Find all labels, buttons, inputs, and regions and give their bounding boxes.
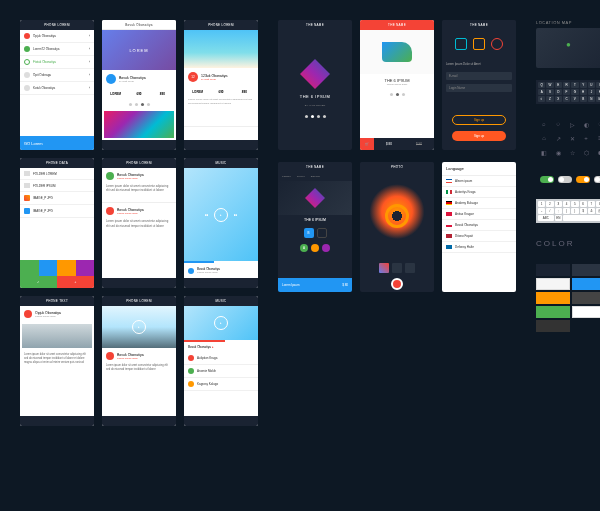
header: PHONE LOREM: [20, 20, 94, 30]
contact-row[interactable]: Opjuk Obonaitiya›: [20, 30, 94, 43]
components-panel: LOCATION MAP ● QWERTYUIOP ASDFGHJKL ⇧ZXC…: [536, 20, 600, 426]
play-button[interactable]: ▸: [132, 320, 146, 334]
focus-ring: [385, 204, 409, 228]
product-image: [382, 42, 412, 62]
lang-row[interactable]: Defonsy Halte: [442, 242, 516, 253]
icon-set: ⌕○▷◐♡⚙ ⌂↗✕+≡› ◧◉☆⬡⬢◈: [536, 116, 600, 160]
hero-image: LOREM: [102, 30, 176, 70]
contact-row[interactable]: Opit Oobraga›: [20, 69, 94, 82]
email-field[interactable]: E-mail: [446, 72, 512, 80]
stats-screen: PHONE LOREM 12123uk Obonatiyaby matt oli…: [184, 20, 258, 150]
tabbar[interactable]: [102, 140, 176, 150]
mobile-screens-left: PHONE LOREM Opjuk Obonaitiya› Lorem72 Ob…: [20, 20, 258, 426]
folder-row[interactable]: FOLDER IPSUM: [20, 180, 94, 192]
camera-screen: PHOTO: [360, 162, 434, 292]
play-button[interactable]: ▸: [214, 208, 228, 222]
heart-icon: ♡: [596, 120, 600, 128]
post-screen: PHONE LOREM Bovuk ObonatiyaLorem ipsum d…: [102, 158, 176, 288]
comment-row[interactable]: Anomie Mokih: [184, 365, 258, 378]
signup-screen: THE NAME Lorem Ipsum Dolor sit Amet E-ma…: [442, 20, 516, 150]
primary-action[interactable]: GO Lorem: [20, 136, 94, 150]
file-row[interactable]: IMAGE_P JPG: [20, 205, 94, 218]
album-screen: THE NAME THE 6 IPSUM BY MATT OLIVER: [278, 20, 352, 150]
menu-icon: ≡: [596, 134, 600, 142]
user-icon: ◐: [582, 120, 590, 128]
map-block: LOCATION MAP ●: [536, 20, 600, 68]
files-screen: PHONE DATA FOLDER LOREM FOLDER IPSUM IMA…: [20, 158, 94, 288]
circle-icon: ○: [554, 120, 562, 128]
comment-row[interactable]: Auliption Kraga: [184, 352, 258, 365]
article-screen: PHONE TEXT Opjuk ObonatiyaLorem ipsum do…: [20, 296, 94, 426]
keyboard-dark[interactable]: QWERTYUIOP ASDFGHJKL ⇧ZXCVBNM⌫: [536, 80, 600, 104]
lock-icon: ⌂: [540, 134, 548, 142]
contact-row[interactable]: Ftotuk Obonatiya›: [20, 56, 94, 69]
size-selector[interactable]: B: [278, 225, 352, 241]
comment-row[interactable]: Kagrosy Kalugo: [184, 378, 258, 391]
lang-row[interactable]: Aleom ipsum: [442, 176, 516, 187]
signup-outline[interactable]: Sign up: [452, 115, 506, 125]
next-icon[interactable]: ⏭: [234, 213, 237, 217]
folder-row[interactable]: FOLDER LOREM: [20, 168, 94, 180]
action-strip[interactable]: [20, 260, 94, 276]
music-player-screen: MUSIC ⏮▸⏭ Bovuk ObonatiyaLorem ipsum dol…: [184, 158, 258, 288]
play-button[interactable]: ▸: [214, 316, 228, 330]
map-pin-icon[interactable]: ●: [566, 40, 571, 49]
prev-icon[interactable]: ⏮: [205, 213, 208, 217]
lang-row[interactable]: Anitax Kragae: [442, 209, 516, 220]
cart-button[interactable]: 🛒: [360, 138, 374, 150]
media: ▸: [102, 306, 176, 348]
contact-row[interactable]: Lorem72 Obonatiya›: [20, 43, 94, 56]
color-palette: [536, 264, 600, 332]
add-icon: +: [582, 134, 590, 142]
close-icon: ✕: [568, 134, 576, 142]
music-comments-screen: MUSIC ▸ Bovuk Obonatiya ● Auliption Krag…: [184, 296, 258, 426]
shutter-button[interactable]: [391, 278, 403, 290]
contact-row[interactable]: Kotuk Obonatiya›: [20, 82, 94, 95]
hero-image: [184, 30, 258, 68]
landscape-post-screen: PHONE LOREM ▸ Bovuk ObonatiyaLorem ipsum…: [102, 296, 176, 426]
switches[interactable]: [536, 172, 600, 187]
color-title: COLOR: [536, 239, 600, 248]
language-screen: Language Aleom ipsum Autoritys Kraga And…: [442, 162, 516, 292]
details-screen: THE NAME LOREMIPSUMDOLOR THE 6 IPSUM B A…: [278, 162, 352, 292]
share-icon: ↗: [554, 134, 562, 142]
lang-row[interactable]: Ditono Fopait: [442, 231, 516, 242]
play-icon: ▷: [568, 120, 576, 128]
lang-row[interactable]: Autoritys Kraga: [442, 187, 516, 198]
album-art: [305, 188, 325, 208]
keyboard-light[interactable]: 1234567890 -/;()$&@" ABCEN ↵: [536, 199, 600, 223]
login-field[interactable]: Login Name: [446, 84, 512, 92]
stats-row: LOREM690890: [102, 88, 176, 100]
search-icon[interactable]: ⌕: [540, 120, 548, 128]
lang-row[interactable]: Andomy Bulaugo: [442, 198, 516, 209]
buy-bar[interactable]: Lorem Ipsum$ 80: [278, 278, 352, 292]
lang-row[interactable]: Bovuk Obonatiya: [442, 220, 516, 231]
mobile-screens-middle: THE NAME THE 6 IPSUM BY MATT OLIVER THE …: [278, 20, 516, 426]
profile-screen: Bovuk Obonatiya LOREM Bovuk Obonatiyaby …: [102, 20, 176, 150]
signup-button[interactable]: Sign up: [452, 131, 506, 141]
file-row[interactable]: IMAGE_P JPG: [20, 192, 94, 205]
album-art: [300, 59, 330, 89]
article-image: [22, 324, 92, 348]
contacts-screen: PHONE LOREM Opjuk Obonaitiya› Lorem72 Ob…: [20, 20, 94, 150]
lineart-icons: [442, 30, 516, 58]
product-screen: THE NAME THE 6 IPSUMLorem ipsum dolor 🛒$…: [360, 20, 434, 150]
